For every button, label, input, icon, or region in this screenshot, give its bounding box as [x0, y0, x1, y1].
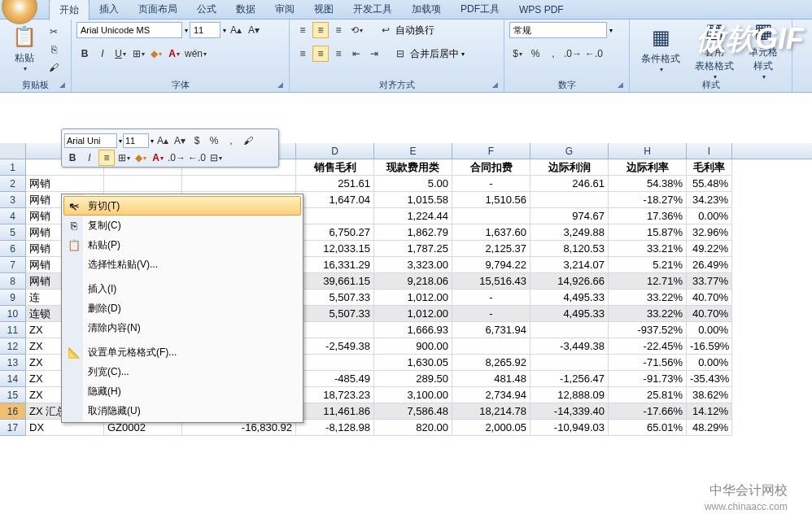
mini-center[interactable]: ≡ — [98, 150, 115, 166]
ctx-cut[interactable]: ✂剪切(T) — [63, 196, 301, 216]
row-headers[interactable]: 1234567891011121314151617 — [0, 159, 26, 436]
font-color-button[interactable]: A▾ — [166, 46, 182, 62]
align-bot-icon[interactable]: ≡ — [330, 22, 347, 38]
mini-size-select[interactable] — [123, 133, 149, 148]
cursor-icon: ↖ — [68, 200, 78, 213]
number-launcher[interactable]: ◢ — [618, 81, 627, 90]
clipboard-launcher[interactable]: ◢ — [59, 81, 69, 90]
mini-painter-icon[interactable]: 🖌 — [240, 133, 256, 149]
col-header-F[interactable]: F — [452, 143, 530, 159]
tab-wpspdf[interactable]: WPS PDF — [509, 1, 574, 19]
copy-icon[interactable]: ⎘ — [46, 41, 62, 58]
mini-fontcolor[interactable]: A▾ — [150, 150, 166, 166]
font-launcher[interactable]: ◢ — [277, 81, 287, 90]
paste-button[interactable]: 📋 粘贴 ▾ — [5, 22, 44, 74]
paste-label: 粘贴 — [15, 51, 34, 65]
align-mid-icon[interactable]: ≡ — [312, 22, 329, 38]
tab-addin[interactable]: 加载项 — [402, 0, 451, 20]
phonetic-button[interactable]: wén▾ — [184, 46, 207, 62]
mini-merge[interactable]: ⊟▾ — [207, 150, 224, 166]
tab-view[interactable]: 视图 — [304, 0, 343, 20]
mini-toolbar: ▾ ▾ A▴ A▾ $ % , 🖌 B I ≡ ⊞▾ ◆▾ A▾ .0→ ←.0… — [61, 128, 279, 168]
ctx-paste-special[interactable]: 选择性粘贴(V)... — [63, 255, 301, 274]
col-header-H[interactable]: H — [609, 143, 687, 159]
mini-italic[interactable]: I — [81, 150, 98, 166]
percent-icon[interactable]: % — [527, 46, 544, 62]
ctx-paste[interactable]: 📋粘贴(P) — [63, 235, 301, 255]
mini-font-select[interactable] — [64, 133, 117, 148]
indent-dec-icon[interactable]: ⇤ — [348, 46, 365, 62]
ribbon: 📋 粘贴 ▾ ✂ ⎘ 🖌 剪贴板 ◢ ▾ ▾ A▴ A▾ B I U▾ ⊞▾ — [0, 20, 812, 93]
tab-layout[interactable]: 页面布局 — [129, 0, 187, 20]
inc-decimal-icon[interactable]: .0→ — [563, 46, 583, 62]
mini-shrink-icon[interactable]: A▾ — [172, 133, 188, 149]
group-align: 对齐方式 — [290, 79, 504, 91]
fontsize-select[interactable] — [190, 22, 220, 38]
align-center-icon[interactable]: ≡ — [312, 46, 329, 62]
col-header-I[interactable]: I — [687, 143, 732, 159]
merge-icon: ⊟ — [392, 46, 408, 62]
tab-home[interactable]: 开始 — [49, 0, 89, 20]
format-painter-icon[interactable]: 🖌 — [46, 59, 62, 76]
bold-button[interactable]: B — [76, 46, 93, 62]
grow-font-icon[interactable]: A▴ — [228, 22, 244, 38]
italic-button[interactable]: I — [94, 46, 111, 62]
context-menu: ✂剪切(T) ⎘复制(C) 📋粘贴(P) 选择性粘贴(V)... 插入(I) 删… — [61, 194, 303, 423]
watermark-school: 中华会计网校 — [709, 482, 788, 499]
ctx-copy[interactable]: ⎘复制(C) — [63, 216, 301, 235]
comma-icon[interactable]: , — [545, 46, 561, 62]
shrink-font-icon[interactable]: A▾ — [246, 22, 262, 38]
tab-dev[interactable]: 开发工具 — [343, 0, 402, 20]
indent-inc-icon[interactable]: ⇥ — [366, 46, 382, 62]
cond-format-button[interactable]: ▦条件格式▾ — [635, 23, 687, 75]
col-header-E[interactable]: E — [374, 143, 452, 159]
ctx-insert[interactable]: 插入(I) — [63, 279, 301, 298]
border-button[interactable]: ⊞▾ — [130, 46, 146, 62]
merge-button[interactable]: 合并后居中 — [410, 47, 459, 61]
mini-fill[interactable]: ◆▾ — [133, 150, 149, 166]
wrap-button[interactable]: 自动换行 — [395, 24, 434, 37]
font-select[interactable] — [76, 22, 182, 38]
mini-comma-icon[interactable]: , — [223, 133, 239, 149]
mini-percent-icon[interactable]: % — [206, 133, 222, 149]
dec-decimal-icon[interactable]: ←.0 — [584, 46, 604, 62]
align-top-icon[interactable]: ≡ — [295, 22, 311, 38]
paste-icon: 📋 — [11, 24, 37, 50]
col-header-G[interactable]: G — [530, 143, 609, 159]
orientation-icon[interactable]: ⟲▾ — [348, 22, 365, 38]
wrap-icon: ↩ — [378, 22, 394, 38]
mini-decdec[interactable]: ←.0 — [187, 150, 207, 166]
ctx-column-width[interactable]: 列宽(C)... — [63, 362, 301, 381]
copy-icon: ⎘ — [67, 220, 81, 232]
tab-insert[interactable]: 插入 — [89, 0, 129, 20]
ctx-clear[interactable]: 清除内容(N) — [63, 318, 301, 338]
mini-currency-icon[interactable]: $ — [189, 133, 205, 149]
align-launcher[interactable]: ◢ — [492, 81, 502, 90]
tab-formula[interactable]: 公式 — [187, 0, 226, 20]
group-number: 数字 — [504, 79, 629, 91]
select-all-button[interactable] — [0, 143, 26, 159]
align-left-icon[interactable]: ≡ — [295, 46, 311, 62]
ctx-format-cells[interactable]: 📐设置单元格格式(F)... — [63, 342, 301, 362]
currency-icon[interactable]: $▾ — [509, 46, 526, 62]
format-icon: 📐 — [67, 346, 81, 359]
underline-button[interactable]: U▾ — [112, 46, 129, 62]
align-right-icon[interactable]: ≡ — [330, 46, 347, 62]
cut-icon[interactable]: ✂ — [46, 24, 62, 40]
fill-color-button[interactable]: ◆▾ — [148, 46, 164, 62]
tab-review[interactable]: 审阅 — [265, 0, 304, 20]
mini-grow-icon[interactable]: A▴ — [155, 133, 171, 149]
paste-icon: 📋 — [67, 239, 81, 251]
number-format-select[interactable] — [509, 22, 607, 38]
watermark-url: www.chinaacc.com — [705, 501, 788, 512]
ctx-hide[interactable]: 隐藏(H) — [63, 381, 301, 401]
ctx-unhide[interactable]: 取消隐藏(U) — [63, 401, 301, 420]
cond-format-icon: ▦ — [648, 24, 674, 50]
ctx-delete[interactable]: 删除(D) — [63, 298, 301, 318]
mini-border[interactable]: ⊞▾ — [116, 150, 132, 166]
mini-bold[interactable]: B — [64, 150, 81, 166]
mini-incdec[interactable]: .0→ — [167, 150, 186, 166]
col-header-D[interactable]: D — [296, 143, 374, 159]
tab-pdf[interactable]: PDF工具 — [451, 0, 509, 20]
tab-data[interactable]: 数据 — [226, 0, 265, 20]
